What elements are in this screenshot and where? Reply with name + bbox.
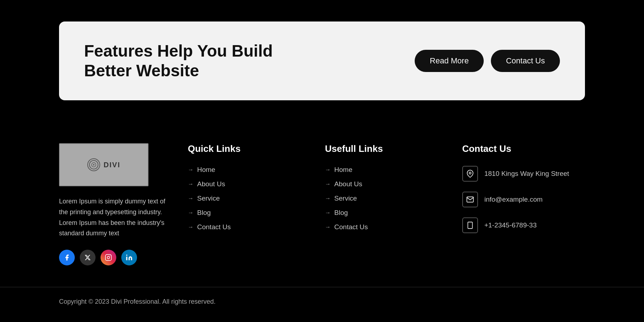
quick-links-list: →Home →About Us →Service →Blog →Contact …: [188, 166, 311, 231]
contact-address: 1810 Kings Way King Street: [484, 170, 569, 178]
footer-grid: DIVI Lorem Ipsum is simply dummy text of…: [59, 143, 585, 287]
list-item: →Blog: [188, 209, 311, 217]
quick-links-col: Quick Links →Home →About Us →Service →Bl…: [188, 143, 311, 265]
list-item: →Home: [325, 166, 448, 174]
quick-link-about[interactable]: →About Us: [188, 180, 311, 188]
list-item: →Contact Us: [188, 223, 311, 231]
svg-point-6: [126, 255, 127, 256]
contact-title: Contact Us: [462, 143, 585, 154]
quick-link-service[interactable]: →Service: [188, 194, 311, 202]
arrow-icon: →: [325, 210, 331, 216]
arrow-icon: →: [188, 210, 194, 216]
logo-text: DIVI: [104, 161, 121, 169]
email-icon: [462, 192, 478, 207]
arrow-icon: →: [325, 195, 331, 202]
list-item: →Service: [188, 194, 311, 202]
logo-inner: DIVI: [87, 158, 121, 171]
contact-col: Contact Us 1810 Kings Way King Street: [462, 143, 585, 265]
banner-buttons: Read More Contact Us: [415, 50, 560, 72]
linkedin-icon[interactable]: [121, 250, 137, 265]
list-item: →Blog: [325, 209, 448, 217]
arrow-icon: →: [325, 181, 331, 187]
logo-circle: [87, 158, 100, 171]
quick-link-home[interactable]: →Home: [188, 166, 311, 174]
banner-section: Features Help You Build Better Website R…: [0, 0, 644, 122]
arrow-icon: →: [188, 167, 194, 173]
quick-link-blog[interactable]: →Blog: [188, 209, 311, 217]
x-icon[interactable]: [80, 250, 96, 265]
useful-link-service[interactable]: →Service: [325, 194, 448, 202]
footer-logo-col: DIVI Lorem Ipsum is simply dummy text of…: [59, 143, 174, 265]
useful-link-home[interactable]: →Home: [325, 166, 448, 174]
list-item: →Contact Us: [325, 223, 448, 231]
svg-point-7: [469, 172, 471, 174]
arrow-icon: →: [325, 167, 331, 173]
quick-link-contact[interactable]: →Contact Us: [188, 223, 311, 231]
useful-links-list: →Home →About Us →Service →Blog →Contact …: [325, 166, 448, 231]
contact-phone: +1-2345-6789-33: [484, 221, 537, 229]
list-item: →Home: [188, 166, 311, 174]
svg-point-5: [110, 256, 111, 256]
svg-point-2: [93, 164, 94, 165]
list-item: →Service: [325, 194, 448, 202]
quick-links-title: Quick Links: [188, 143, 311, 154]
svg-point-4: [107, 256, 110, 259]
location-icon: [462, 166, 478, 182]
useful-link-about[interactable]: →About Us: [325, 180, 448, 188]
useful-links-col: Usefull Links →Home →About Us →Service →…: [325, 143, 448, 265]
contact-email-item: info@example.com: [462, 192, 585, 207]
footer: DIVI Lorem Ipsum is simply dummy text of…: [0, 122, 644, 287]
svg-rect-8: [468, 222, 472, 229]
contact-items: 1810 Kings Way King Street info@example.…: [462, 166, 585, 233]
footer-description: Lorem Ipsum is simply dummy text of the …: [59, 196, 174, 239]
svg-rect-3: [106, 255, 112, 261]
read-more-button[interactable]: Read More: [415, 50, 484, 72]
banner-title: Features Help You Build Better Website: [84, 41, 317, 81]
instagram-icon[interactable]: [101, 250, 116, 265]
list-item: →About Us: [325, 180, 448, 188]
contact-address-item: 1810 Kings Way King Street: [462, 166, 585, 182]
contact-phone-item: +1-2345-6789-33: [462, 217, 585, 233]
logo-box: DIVI: [59, 143, 148, 186]
facebook-icon[interactable]: [59, 250, 75, 265]
banner-card: Features Help You Build Better Website R…: [59, 21, 585, 100]
contact-us-button[interactable]: Contact Us: [491, 50, 560, 72]
arrow-icon: →: [188, 224, 194, 230]
contact-email: info@example.com: [484, 196, 543, 203]
arrow-icon: →: [188, 195, 194, 202]
list-item: →About Us: [188, 180, 311, 188]
footer-bottom: Copyright © 2023 Divi Professional. All …: [0, 287, 644, 316]
phone-icon: [462, 217, 478, 233]
social-icons: [59, 250, 174, 265]
useful-links-title: Usefull Links: [325, 143, 448, 154]
arrow-icon: →: [188, 181, 194, 187]
copyright-text: Copyright © 2023 Divi Professional. All …: [59, 298, 585, 306]
useful-link-contact[interactable]: →Contact Us: [325, 223, 448, 231]
useful-link-blog[interactable]: →Blog: [325, 209, 448, 217]
arrow-icon: →: [325, 224, 331, 230]
